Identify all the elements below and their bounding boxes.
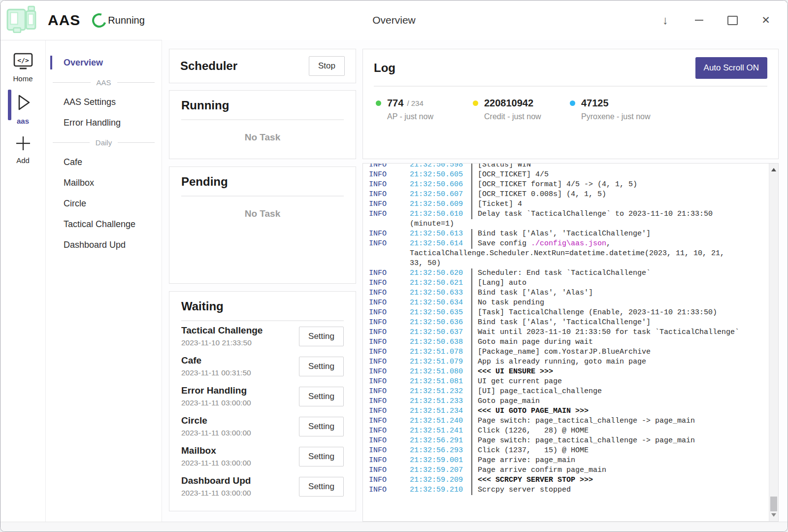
waiting-task-list: Tactical Challenge2023-11-10 21:33:50Set… xyxy=(181,321,344,501)
log-level: INFO xyxy=(369,288,410,298)
log-line: INFO21:32:59.001Page arrive: page_main xyxy=(369,456,762,466)
log-line: INFO21:32:51.081UI get current page xyxy=(369,377,762,387)
setting-button[interactable]: Setting xyxy=(299,477,344,497)
sidebar-item-overview[interactable]: Overview xyxy=(46,52,162,73)
log-level xyxy=(369,219,410,229)
update-download-icon[interactable]: ↓ xyxy=(659,14,671,26)
log-timestamp: 21:32:51.234 xyxy=(410,406,471,416)
log-message: [Package_name] com.YostarJP.BlueArchive xyxy=(471,347,762,357)
rail-item-home[interactable]: </> Home xyxy=(0,47,45,87)
log-level: INFO xyxy=(369,328,410,337)
log-line: (minute=1) xyxy=(369,219,762,229)
log-message: [OCR_TICKET 0.008s] (4, 1, 5) xyxy=(471,190,762,200)
sidebar-item-aas-settings[interactable]: AAS Settings xyxy=(46,92,162,112)
waiting-task-row: Mailbox2023-11-11 03:00:00Setting xyxy=(181,441,344,471)
scheduler-card: Scheduler Stop xyxy=(169,49,356,83)
log-level: INFO xyxy=(369,337,410,347)
setting-button[interactable]: Setting xyxy=(299,357,344,376)
rail-item-label: aas xyxy=(17,117,29,125)
waiting-task-name: Circle xyxy=(181,415,251,426)
log-line: INFO21:32:59.207Page arrive confirm page… xyxy=(369,466,762,475)
log-level: INFO xyxy=(369,397,410,406)
log-stat: 47125Pyroxene - just now xyxy=(570,98,667,121)
scroll-up-arrow-icon[interactable] xyxy=(771,168,776,171)
log-message: Scrcpy server stopped xyxy=(471,485,762,495)
log-message: [Task] TacticalChallenge (Enable, 2023-1… xyxy=(471,308,762,318)
log-line: INFO21:32:51.080<<< UI ENSURE >>> xyxy=(369,367,762,377)
sidebar-item-mailbox[interactable]: Mailbox xyxy=(46,172,162,193)
log-message: Delay task `TacticalChallenge` to 2023-1… xyxy=(471,209,762,219)
log-message: App is already running, goto main page xyxy=(471,357,762,367)
sidebar-item-error-handling[interactable]: Error Handling xyxy=(46,112,162,133)
running-card-title: Running xyxy=(181,99,344,112)
sidebar-item-label: Error Handling xyxy=(64,118,121,128)
titlebar: AAS Running Overview ↓ ✕ xyxy=(0,0,788,40)
scheduler-card-title: Scheduler xyxy=(180,59,237,73)
log-timestamp: 21:32:51.081 xyxy=(410,377,471,387)
scrollbar-thumb[interactable] xyxy=(770,497,777,511)
log-timestamp: 21:32:51.232 xyxy=(410,387,471,397)
close-button[interactable]: ✕ xyxy=(760,14,772,26)
log-message: <<< UI ENSURE >>> xyxy=(471,367,762,377)
minimize-button[interactable] xyxy=(693,14,705,26)
pending-card-title: Pending xyxy=(181,175,344,189)
stat-suffix: / 234 xyxy=(407,99,423,107)
log-message: <<< UI GOTO PAGE_MAIN >>> xyxy=(471,406,762,416)
log-level: INFO xyxy=(369,268,410,278)
waiting-task-row: Dashboard Upd2023-11-11 03:00:00Setting xyxy=(181,471,344,501)
log-level: INFO xyxy=(369,318,410,328)
log-card-header: Log Auto Scroll ON xyxy=(374,57,767,79)
stat-value: 774 xyxy=(387,98,403,109)
log-level: INFO xyxy=(369,180,410,190)
sidebar-item-cafe[interactable]: Cafe xyxy=(46,152,162,172)
setting-button[interactable]: Setting xyxy=(299,417,344,436)
log-timestamp: 21:32:51.078 xyxy=(410,347,471,357)
setting-button[interactable]: Setting xyxy=(299,387,344,406)
log-line: INFO21:32:50.606[OCR_TICKET format] 4/5 … xyxy=(369,180,762,190)
waiting-task-info: Mailbox2023-11-11 03:00:00 xyxy=(181,445,251,467)
log-scrollbar[interactable] xyxy=(769,164,778,521)
rail-item-add[interactable]: Add xyxy=(0,129,45,168)
sidebar-item-dashboard-upd[interactable]: Dashboard Upd xyxy=(46,234,162,255)
log-message: [OCR_TICKET format] 4/5 -> (4, 1, 5) xyxy=(471,180,762,190)
waiting-task-row: Tactical Challenge2023-11-10 21:33:50Set… xyxy=(181,321,344,351)
pending-empty-text: No Task xyxy=(181,208,344,219)
log-continuation-text: TacticalChallenge.Scheduler.NextRun=date… xyxy=(410,249,762,259)
waiting-task-info: Cafe2023-11-11 00:31:50 xyxy=(181,355,251,377)
stop-button[interactable]: Stop xyxy=(309,56,345,76)
setting-button[interactable]: Setting xyxy=(299,447,344,466)
waiting-task-next-run: 2023-11-11 00:31:50 xyxy=(181,368,251,377)
sidebar-item-tactical-challenge[interactable]: Tactical Challenge xyxy=(46,214,162,234)
log-timestamp: 21:32:50.635 xyxy=(410,308,471,318)
log-timestamp: 21:32:50.620 xyxy=(410,268,471,278)
log-level: INFO xyxy=(369,485,410,495)
log-level xyxy=(369,249,410,259)
log-level: INFO xyxy=(369,406,410,416)
log-level: INFO xyxy=(369,357,410,367)
resource-stats: 774/ 234AP - just now220810942Credit - j… xyxy=(374,87,767,121)
sidebar-item-label: Tactical Challenge xyxy=(64,219,135,230)
log-timestamp: 21:32:50.638 xyxy=(410,337,471,347)
waiting-task-info: Tactical Challenge2023-11-10 21:33:50 xyxy=(181,325,263,347)
log-level: INFO xyxy=(369,298,410,308)
log-level: INFO xyxy=(369,347,410,357)
waiting-task-next-run: 2023-11-11 03:00:00 xyxy=(181,429,251,437)
auto-scroll-toggle[interactable]: Auto Scroll ON xyxy=(695,57,767,79)
log-line: TacticalChallenge.Scheduler.NextRun=date… xyxy=(369,249,762,259)
setting-button[interactable]: Setting xyxy=(299,327,344,346)
pending-card: Pending No Task xyxy=(169,166,356,284)
rail-item-aas[interactable]: aas xyxy=(0,87,45,129)
maximize-button[interactable] xyxy=(726,14,738,26)
log-output-panel: INFO21:32:50.598[Status] WININFO21:32:50… xyxy=(362,163,779,522)
log-message: <<< SCRCPY SERVER STOP >>> xyxy=(471,475,762,485)
log-message: Bind task ['Alas', 'TacticalChallenge'] xyxy=(471,229,762,239)
log-stat-top: 47125 xyxy=(570,98,667,109)
log-message: Page switch: page_tactical_challenge -> … xyxy=(471,416,762,426)
scroll-down-arrow-icon[interactable] xyxy=(771,513,776,517)
log-timestamp: 21:32:59.207 xyxy=(410,466,471,475)
waiting-task-name: Mailbox xyxy=(181,445,251,456)
sidebar-item-circle[interactable]: Circle xyxy=(46,193,162,214)
log-line: INFO21:32:51.234<<< UI GOTO PAGE_MAIN >>… xyxy=(369,406,762,416)
log-message: [Ticket] 4 xyxy=(471,200,762,209)
log-message: Goto page_main xyxy=(471,397,762,406)
